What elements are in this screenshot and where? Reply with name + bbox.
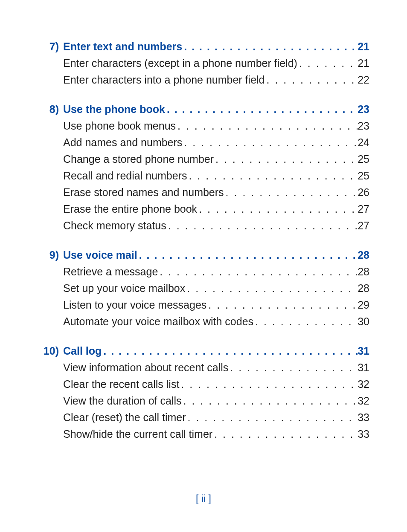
item-title: Enter characters (except in a phone numb… [63, 55, 297, 72]
page-number: 33 [358, 426, 369, 442]
dot-leader: . . . . . . . . . . . . . . . . . . . . … [182, 134, 358, 151]
toc-page: 7)Enter text and numbers . . . . . . . .… [0, 0, 407, 532]
item-title: View the duration of calls [63, 393, 181, 409]
page-number: 29 [358, 297, 369, 313]
dot-leader: . . . . . . . . . . . . . . . . . . . . … [137, 247, 358, 263]
toc-item-row: 0)View the duration of calls . . . . . .… [38, 393, 369, 409]
toc-item-row: 0)Show/hide the current call timer . . .… [38, 426, 369, 442]
toc-item-row: 0)Add names and numbers . . . . . . . . … [38, 134, 369, 151]
toc-item-row: 0)Listen to your voice messages . . . . … [38, 297, 369, 313]
dot-leader: . . . . . . . . . . . . . . . . . . . . … [253, 313, 358, 330]
item-title: Erase stored names and numbers [63, 184, 224, 201]
dot-leader: . . . . . . . . . . . . . . . . . . . . … [179, 376, 358, 393]
dot-leader: . . . . . . . . . . . . . . . . . . . . … [214, 151, 358, 168]
page-number: 32 [358, 376, 369, 393]
dot-leader: . . . . . . . . . . . . . . . . . . . . … [166, 217, 358, 234]
item-title: Automate your voice mailbox with codes [63, 313, 253, 330]
toc-heading-row: 8)Use the phone book . . . . . . . . . .… [38, 101, 369, 118]
toc-item-row: 0)Erase stored names and numbers . . . .… [38, 184, 369, 201]
toc-section: 10)Call log . . . . . . . . . . . . . . … [38, 343, 369, 442]
dot-leader: . . . . . . . . . . . . . . . . . . . . … [165, 101, 358, 118]
toc-item-row: 0)Automate your voice mailbox with codes… [38, 313, 369, 330]
page-number: 21 [358, 55, 369, 72]
item-title: Clear (reset) the call timer [63, 409, 186, 426]
toc-heading-row: 9)Use voice mail . . . . . . . . . . . .… [38, 247, 369, 263]
dot-leader: . . . . . . . . . . . . . . . . . . . . … [224, 184, 358, 201]
toc-item-row: 0)Check memory status . . . . . . . . . … [38, 217, 369, 234]
page-number: 28 [358, 247, 369, 263]
page-number: 23 [358, 101, 369, 118]
page-number: 25 [358, 151, 369, 168]
item-title: Erase the entire phone book [63, 201, 197, 217]
toc-section: 7)Enter text and numbers . . . . . . . .… [38, 38, 369, 88]
toc-item-row: 0)Clear (reset) the call timer . . . . .… [38, 409, 369, 426]
toc-item-row: 0)Set up your voice mailbox . . . . . . … [38, 280, 369, 297]
item-title: Use phone book menus [63, 118, 176, 134]
toc-heading-row: 7)Enter text and numbers . . . . . . . .… [38, 38, 369, 55]
item-title: Change a stored phone number [63, 151, 214, 168]
item-title: Enter characters into a phone number fie… [63, 72, 265, 88]
toc-item-row: 0)Enter characters (except in a phone nu… [38, 55, 369, 72]
toc-item-row: 0)Retrieve a message . . . . . . . . . .… [38, 263, 369, 280]
toc-section: 8)Use the phone book . . . . . . . . . .… [38, 101, 369, 234]
dot-leader: . . . . . . . . . . . . . . . . . . . . … [187, 168, 358, 184]
dot-leader: . . . . . . . . . . . . . . . . . . . . … [206, 297, 358, 313]
table-of-contents: 7)Enter text and numbers . . . . . . . .… [38, 38, 369, 442]
dot-leader: . . . . . . . . . . . . . . . . . . . . … [158, 263, 358, 280]
page-number: 32 [358, 393, 369, 409]
item-title: Add names and numbers [63, 134, 182, 151]
dot-leader: . . . . . . . . . . . . . . . . . . . . … [185, 280, 358, 297]
toc-item-row: 0)Erase the entire phone book . . . . . … [38, 201, 369, 217]
page-number: 23 [358, 118, 369, 134]
page-number: 30 [358, 313, 369, 330]
item-title: Clear the recent calls list [63, 376, 179, 393]
toc-item-row: 0)Use phone book menus . . . . . . . . .… [38, 118, 369, 134]
page-number: 28 [358, 263, 369, 280]
toc-item-row: 0)View information about recent calls . … [38, 359, 369, 376]
toc-section: 9)Use voice mail . . . . . . . . . . . .… [38, 247, 369, 330]
dot-leader: . . . . . . . . . . . . . . . . . . . . … [182, 38, 358, 55]
dot-leader: . . . . . . . . . . . . . . . . . . . . … [212, 426, 358, 442]
page-number: 33 [358, 409, 369, 426]
section-number: 10) [38, 343, 63, 359]
dot-leader: . . . . . . . . . . . . . . . . . . . . … [297, 55, 358, 72]
dot-leader: . . . . . . . . . . . . . . . . . . . . … [228, 359, 358, 376]
dot-leader: . . . . . . . . . . . . . . . . . . . . … [197, 201, 358, 217]
toc-item-row: 0)Recall and redial numbers . . . . . . … [38, 168, 369, 184]
item-title: Recall and redial numbers [63, 168, 187, 184]
page-number: 27 [358, 201, 369, 217]
section-title: Use the phone book [63, 101, 165, 118]
item-title: Set up your voice mailbox [63, 280, 185, 297]
toc-heading-row: 10)Call log . . . . . . . . . . . . . . … [38, 343, 369, 359]
page-number: 31 [358, 343, 369, 359]
page-number: 27 [358, 217, 369, 234]
toc-item-row: 0)Enter characters into a phone number f… [38, 72, 369, 88]
section-number: 9) [38, 247, 63, 263]
dot-leader: . . . . . . . . . . . . . . . . . . . . … [176, 118, 358, 134]
page-number: 25 [358, 168, 369, 184]
item-title: View information about recent calls [63, 359, 228, 376]
item-title: Retrieve a message [63, 263, 158, 280]
item-title: Show/hide the current call timer [63, 426, 212, 442]
item-title: Listen to your voice messages [63, 297, 206, 313]
section-number: 8) [38, 101, 63, 118]
toc-item-row: 0)Change a stored phone number . . . . .… [38, 151, 369, 168]
dot-leader: . . . . . . . . . . . . . . . . . . . . … [265, 72, 358, 88]
toc-item-row: 0)Clear the recent calls list . . . . . … [38, 376, 369, 393]
page-number: 28 [358, 280, 369, 297]
page-number: 22 [358, 72, 369, 88]
section-title: Enter text and numbers [63, 38, 182, 55]
page-footer: [ ii ] [0, 493, 407, 505]
page-number: 31 [358, 359, 369, 376]
section-title: Use voice mail [63, 247, 137, 263]
page-number: 21 [358, 38, 369, 55]
page-number: 24 [358, 134, 369, 151]
section-title: Call log [63, 343, 102, 359]
dot-leader: . . . . . . . . . . . . . . . . . . . . … [186, 409, 358, 426]
section-number: 7) [38, 38, 63, 55]
dot-leader: . . . . . . . . . . . . . . . . . . . . … [181, 393, 358, 409]
item-title: Check memory status [63, 217, 166, 234]
dot-leader: . . . . . . . . . . . . . . . . . . . . … [102, 343, 358, 359]
page-number: 26 [358, 184, 369, 201]
